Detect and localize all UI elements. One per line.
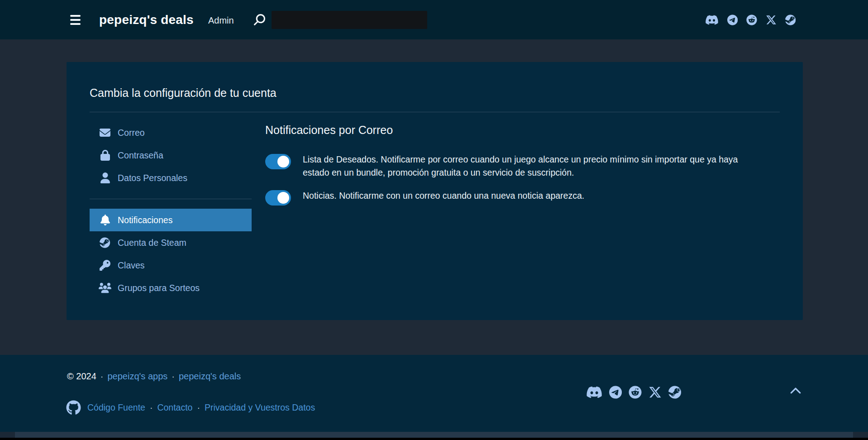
discord-link[interactable] [705,14,719,25]
sidebar-item-label: Claves [118,260,145,271]
sidebar-item-grupos-para-sorteos[interactable]: Grupos para Sorteos [90,277,252,299]
toggle-knob [277,192,289,204]
contacto-link[interactable]: Contacto [157,402,192,413]
x-twitter-icon [649,386,662,399]
bottom-edge-bar [0,438,868,440]
sidebar-item-cuenta-de-steam[interactable]: Cuenta de Steam [90,231,252,254]
steam-icon [785,14,796,25]
sidebar-item-label: Datos Personales [118,173,187,183]
footer: © 2024·pepeizq's apps·pepeizq's deals Có… [0,355,868,432]
chevron-up-icon [787,390,804,398]
sidebar-item-notificaciones[interactable]: Notificaciones [90,209,252,231]
steam-link[interactable] [668,386,681,399]
discord-link[interactable] [586,386,602,399]
telegram-link[interactable] [609,386,622,399]
sidebar-item-correo[interactable]: Correo [90,121,252,144]
search-input[interactable] [272,11,427,29]
sidebar-item-label: Grupos para Sorteos [118,283,200,293]
toggle-label: Noticias. Notificarme con un correo cuan… [303,189,584,202]
search-icon [254,14,265,25]
settings-sidebar: CorreoContraseñaDatos PersonalesNotifica… [90,121,252,299]
toggle-row-noticias: Noticias. Notificarme con un correo cuan… [265,189,780,206]
navbar-social-links [705,0,796,39]
sidebar-item-contrasena[interactable]: Contraseña [90,144,252,167]
page-title: Cambia la configuración de tu cuenta [90,84,780,100]
lista-de-deseados-toggle[interactable] [265,154,291,169]
account-settings-card: Cambia la configuración de tu cuenta Cor… [67,62,803,320]
admin-link[interactable]: Admin [208,15,234,26]
discord-icon [586,386,602,399]
panel-title: Notificaciones por Correo [265,124,780,137]
steam-icon [668,386,681,399]
telegram-icon [609,386,622,399]
hamburger-menu-icon[interactable] [70,15,81,25]
scrollbar-thumb[interactable] [15,432,853,438]
toggle-row-lista-de-deseados: Lista de Deseados. Notificarme por corre… [265,153,780,179]
heading-divider [90,112,780,112]
sidebar-item-label: Notificaciones [118,215,172,225]
discord-icon [705,14,719,25]
sidebar-item-label: Contraseña [118,150,163,161]
reddit-link[interactable] [629,386,642,399]
person-icon [99,172,111,184]
pepeizq-deals-link[interactable]: pepeizq's deals [179,371,241,382]
steam-icon [99,237,111,249]
steam-link[interactable] [785,14,796,25]
privacidad-y-vuestros-datos-link[interactable]: Privacidad y Vuestros Datos [205,402,315,413]
sidebar-item-datos-personales[interactable]: Datos Personales [90,167,252,189]
horizontal-scrollbar[interactable] [0,432,868,438]
lock-icon [99,149,111,161]
toggle-label: Lista de Deseados. Notificarme por corre… [303,153,760,179]
bell-icon [99,214,111,226]
separator-dot: · [100,371,104,382]
separator-dot: · [197,402,200,413]
x-twitter-link[interactable] [766,14,777,25]
separator-dot: · [150,402,153,413]
codigo-fuente-link[interactable]: Código Fuente [87,402,145,413]
envelope-icon [99,127,111,139]
notifications-panel: Notificaciones por Correo Lista de Desea… [265,121,780,299]
telegram-link[interactable] [727,14,738,25]
sidebar-divider [90,199,252,199]
navbar: pepeizq's deals Admin [0,0,868,39]
telegram-icon [727,14,738,25]
pepeizq-apps-link[interactable]: pepeizq's apps [107,371,167,382]
footer-links-row: Código Fuente·Contacto·Privacidad y Vues… [66,400,315,415]
footer-social-links [586,386,681,399]
sidebar-item-label: Correo [118,128,145,138]
github-icon[interactable] [66,400,81,415]
x-twitter-icon [766,14,777,25]
footer-copyright-row: © 2024·pepeizq's apps·pepeizq's deals [67,371,241,382]
copyright-text: © 2024 [67,371,96,382]
site-title[interactable]: pepeizq's deals [99,13,194,27]
scroll-to-top-button[interactable] [787,385,804,397]
reddit-icon [629,386,642,399]
toggle-knob [277,156,289,167]
toggle-list: Lista de Deseados. Notificarme por corre… [265,153,780,206]
sidebar-item-label: Cuenta de Steam [118,238,186,248]
x-twitter-link[interactable] [649,386,662,399]
key-icon [99,259,111,271]
separator-dot: · [172,371,175,382]
users-icon [99,282,111,294]
reddit-icon [746,14,757,25]
reddit-link[interactable] [746,14,757,25]
sidebar-item-claves[interactable]: Claves [90,254,252,277]
noticias-toggle[interactable] [265,190,291,206]
